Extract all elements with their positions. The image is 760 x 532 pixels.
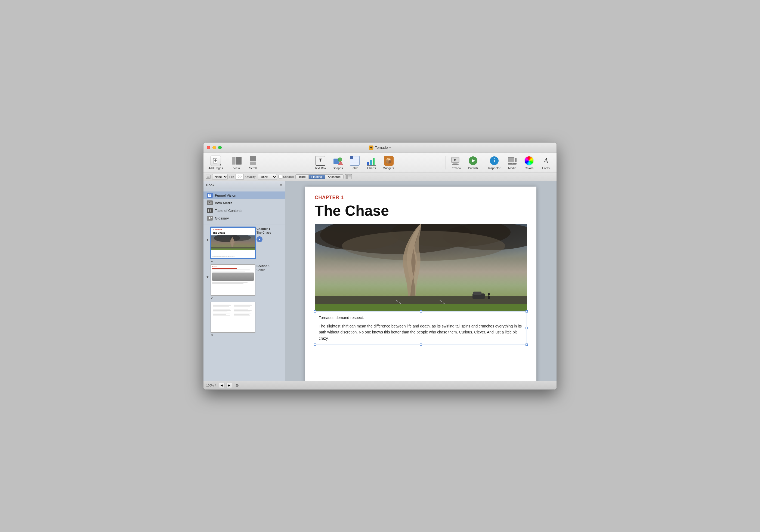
sidebar-menu-button[interactable]: ≡ — [280, 183, 282, 187]
thumb-num-2: 2 — [206, 296, 283, 300]
minimize-button[interactable] — [213, 146, 216, 149]
thumb-2-info: Section 1 Cones — [257, 265, 270, 271]
thumb-1-content: CHAPTER 1 The Chase — [211, 228, 255, 258]
fonts-icon: A — [541, 156, 551, 166]
handle-top-right[interactable] — [526, 310, 528, 313]
media-label: Media — [508, 167, 516, 170]
document-page: CHAPTER 1 The Chase — [305, 187, 537, 381]
shadow-checkbox[interactable] — [278, 175, 282, 178]
shadow-checkbox-label[interactable]: Shadow — [278, 175, 294, 178]
thumb-expand-arrow-1[interactable]: ▾ — [257, 236, 262, 242]
sidebar-item-intro-media[interactable]: Intro Media — [204, 199, 285, 207]
sidebar-item-glossary[interactable]: AZ Glossary — [204, 214, 285, 222]
svg-rect-23 — [452, 164, 458, 165]
table-button[interactable]: Table — [347, 155, 362, 171]
sidebar-title: Book — [206, 183, 214, 187]
svg-point-73 — [488, 293, 490, 296]
handle-top-center[interactable] — [420, 310, 422, 313]
sidebar-item-funnel-vision[interactable]: Funnel Vision — [204, 191, 285, 199]
view-button[interactable]: View — [229, 155, 245, 171]
inspector-icon: i — [489, 156, 499, 166]
svg-rect-39 — [346, 175, 348, 179]
prev-page-button[interactable]: ◀ — [219, 383, 224, 388]
colors-button[interactable]: Colors — [521, 155, 537, 171]
sidebar-header: Book ≡ — [204, 181, 285, 189]
shadow-label: Shadow — [283, 175, 294, 178]
fill-label: Fill: — [229, 175, 234, 178]
thumbnail-1[interactable]: CHAPTER 1 The Chase — [211, 227, 256, 258]
shapes-button[interactable]: Shapes — [330, 155, 346, 171]
toolbar-center: T Text Box Shapes — [265, 155, 443, 171]
handle-top-left[interactable] — [314, 310, 316, 313]
thumb-3-col-2 — [234, 304, 254, 331]
handle-bottom-left[interactable] — [314, 344, 316, 346]
preview-button[interactable]: Preview — [448, 155, 464, 171]
handle-bottom-center[interactable] — [420, 344, 422, 346]
charts-button[interactable]: Charts — [364, 155, 379, 171]
svg-rect-72 — [473, 292, 482, 295]
publish-icon — [468, 156, 478, 166]
media-button[interactable]: Media — [504, 155, 520, 171]
toolbar-sep-4 — [483, 156, 483, 169]
text-box[interactable]: Tornados demand respect. The slightest s… — [315, 311, 527, 345]
zoom-arrows[interactable]: ⇕ — [214, 383, 217, 387]
handle-bottom-right[interactable] — [526, 344, 528, 346]
floating-button[interactable]: Floating — [309, 174, 325, 179]
inline-button[interactable]: Inline — [296, 174, 309, 179]
text-box-label: Text Box — [315, 167, 326, 170]
text-box-button[interactable]: T Text Box — [312, 155, 329, 171]
thumb-3-content — [211, 302, 255, 332]
style-dropdown[interactable]: None — [212, 174, 228, 180]
fill-color-box[interactable] — [236, 174, 244, 179]
thumb-expand-1[interactable]: ▼ — [206, 238, 210, 242]
handle-middle-right[interactable] — [526, 327, 528, 329]
cones-title: Cones — [212, 266, 254, 267]
thumb-row-3 — [206, 302, 283, 333]
fonts-button[interactable]: A Fonts — [538, 155, 554, 171]
page-area[interactable]: CHAPTER 1 The Chase — [285, 181, 556, 381]
publish-button[interactable]: Publish — [465, 155, 481, 171]
shapes-label: Shapes — [333, 167, 343, 170]
svg-text:i: i — [494, 158, 495, 164]
inspector-button[interactable]: i Inspector — [486, 155, 503, 171]
thumbnail-3[interactable] — [211, 302, 256, 333]
next-page-button[interactable]: ▶ — [227, 383, 232, 388]
thumb-row-1: ▼ CHAPTER 1 The Chase — [206, 227, 283, 258]
opacity-dropdown[interactable]: 100% 75% 50% 25% — [258, 174, 277, 180]
svg-rect-31 — [515, 158, 517, 162]
sidebar: Book ≡ Funnel Vision Intro Media — [204, 181, 285, 381]
widgets-icon: 📦 — [384, 156, 394, 166]
close-button[interactable] — [207, 146, 210, 149]
thumb-num-1: 1 — [206, 259, 283, 262]
sidebar-item-toc[interactable]: Table of Contents — [204, 207, 285, 214]
thumbnail-2[interactable]: Cones — [211, 265, 256, 296]
wrap-icon[interactable] — [345, 174, 352, 179]
colors-icon — [524, 156, 534, 166]
zoom-control[interactable]: 100% ⇕ — [206, 383, 217, 387]
svg-rect-17 — [370, 160, 372, 166]
add-pages-button[interactable]: Add Pages — [206, 155, 225, 171]
svg-rect-15 — [350, 156, 353, 159]
maximize-button[interactable] — [218, 146, 222, 149]
toc-label: Table of Contents — [215, 209, 242, 213]
thumb-expand-2[interactable]: ▼ — [206, 275, 210, 279]
handle-middle-left[interactable] — [314, 327, 316, 329]
media-nav-icon — [207, 201, 213, 205]
view-icon — [231, 156, 242, 166]
text-box-icon: T — [315, 156, 326, 166]
title-dropdown-arrow[interactable]: ▾ — [389, 146, 391, 149]
widgets-button[interactable]: 📦 Widgets — [381, 155, 397, 171]
thumbnails-panel[interactable]: ▼ CHAPTER 1 The Chase — [204, 224, 285, 381]
anchored-button[interactable]: Anchored — [325, 174, 343, 179]
charts-label: Charts — [367, 167, 376, 170]
toolbar-sep-3 — [446, 156, 446, 169]
scroll-button[interactable]: Scroll — [245, 155, 261, 171]
page-title: The Chase — [315, 203, 527, 219]
title-bar: 🌪 Tornado ▾ — [204, 143, 556, 153]
settings-button[interactable]: ⚙ — [234, 382, 240, 388]
tornado-image — [315, 224, 527, 311]
opacity-label: Opacity: — [245, 175, 256, 178]
svg-rect-16 — [367, 162, 369, 166]
svg-point-66 — [342, 231, 505, 261]
add-pages-label: Add Pages — [208, 167, 223, 170]
